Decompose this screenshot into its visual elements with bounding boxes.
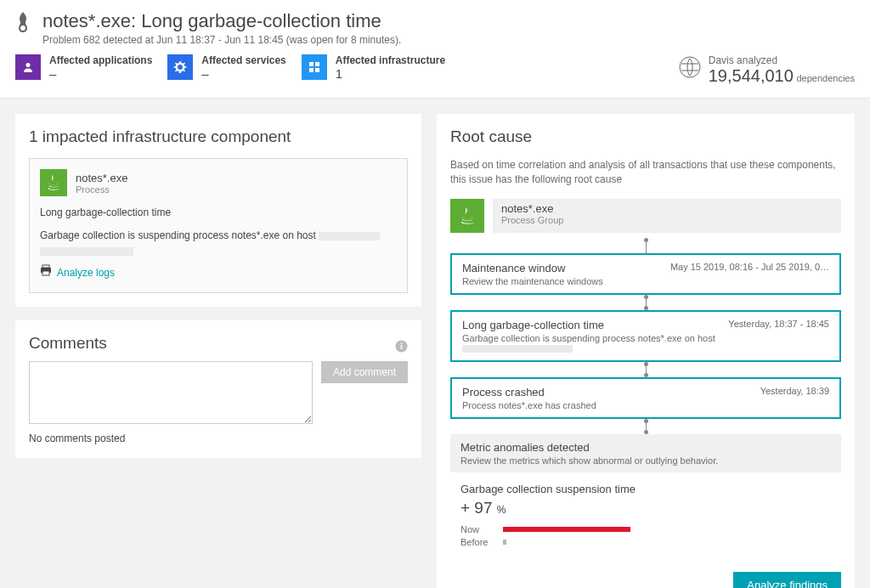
root-cause-subtitle: Based on time correlation and analysis o…: [450, 158, 841, 187]
impacted-problem-desc: Garbage collection is suspending process…: [40, 229, 319, 241]
rc-entity-type: Process Group: [501, 215, 833, 225]
davis-suffix: dependencies: [796, 73, 855, 83]
redacted-line: [40, 247, 133, 256]
anomalies-header: Metric anomalies detected Review the met…: [450, 434, 841, 472]
rc-event-desc: Process notes*.exe has crashed: [462, 400, 596, 410]
java-icon: [450, 199, 484, 233]
root-cause-panel: Root cause Based on time correlation and…: [437, 114, 855, 588]
user-icon: [15, 54, 41, 80]
svg-rect-8: [42, 271, 49, 275]
svg-rect-2: [315, 62, 319, 66]
affected-infra-label: Affected infrastructure: [336, 54, 445, 66]
svg-rect-6: [42, 265, 49, 268]
davis-label: Davis analyzed: [709, 54, 855, 66]
affected-services-label: Affected services: [201, 54, 285, 66]
affected-infra-value: 1: [336, 66, 445, 81]
comments-panel: Comments Add comment No comments posted: [15, 320, 421, 458]
affected-services-metric: Affected services –: [167, 54, 285, 81]
davis-analyzed: Davis analyzed 19,544,010 dependencies: [678, 54, 855, 86]
add-comment-button[interactable]: Add comment: [321, 361, 408, 383]
svg-rect-4: [315, 68, 319, 72]
anomaly-metric-name: Garbage collection suspension time: [460, 483, 831, 495]
grid-icon: [302, 54, 327, 80]
gear-icon: [167, 54, 193, 80]
thermometer-icon: [15, 10, 32, 39]
printer-icon: [40, 264, 52, 282]
root-cause-entity[interactable]: notes*.exe Process Group: [450, 199, 841, 233]
affected-apps-value: –: [49, 66, 152, 81]
rc-entity-name: notes*.exe: [501, 202, 833, 215]
anomalies-body: Garbage collection suspension time + 97 …: [450, 472, 841, 560]
page-subtitle: Problem 682 detected at Jun 11 18:37 - J…: [42, 34, 401, 46]
connector: [450, 295, 841, 310]
connector: [450, 238, 841, 253]
connector: [450, 419, 841, 434]
java-icon: [40, 169, 67, 196]
impacted-entity-card[interactable]: notes*.exe Process Long garbage-collecti…: [29, 158, 408, 293]
anomaly-change-pct: %: [497, 504, 506, 516]
rc-event-gc[interactable]: Long garbage-collection time Garbage col…: [450, 310, 841, 362]
impacted-entity-type: Process: [76, 184, 127, 195]
svg-point-0: [26, 63, 31, 67]
rc-event-title: Maintenance window: [462, 262, 603, 274]
info-icon[interactable]: [395, 340, 408, 355]
svg-rect-1: [309, 62, 314, 66]
svg-point-11: [401, 342, 403, 344]
analyze-logs-link[interactable]: Analyze logs: [40, 264, 115, 282]
rc-event-time: May 15 2019, 08:16 - Jul 25 2019, 0…: [670, 262, 829, 272]
rc-event-time: Yesterday, 18:37 - 18:45: [728, 319, 829, 329]
affected-infra-metric: Affected infrastructure 1: [302, 54, 445, 81]
svg-rect-10: [401, 345, 403, 349]
rc-event-desc: Review the maintenance windows: [462, 276, 603, 286]
anomalies-title: Metric anomalies detected: [460, 441, 831, 454]
rc-event-title: Process crashed: [462, 386, 596, 399]
anomaly-change-value: + 97: [460, 499, 493, 517]
davis-number: 19,544,010: [709, 66, 794, 85]
analyze-logs-label: Analyze logs: [57, 265, 115, 281]
root-cause-title: Root cause: [450, 127, 841, 146]
impacted-problem-title: Long garbage-collection time: [40, 205, 397, 221]
affected-services-value: –: [201, 66, 285, 81]
problem-header: notes*.exe: Long garbage-collection time…: [0, 0, 870, 99]
comment-input[interactable]: [29, 361, 313, 424]
before-bar: [503, 540, 506, 545]
now-label: Now: [460, 524, 494, 534]
comments-title: Comments: [29, 334, 107, 353]
rc-event-maintenance[interactable]: Maintenance window Review the maintenanc…: [450, 253, 841, 295]
impacted-entity-name: notes*.exe: [76, 172, 127, 184]
affected-apps-metric: Affected applications –: [15, 54, 152, 81]
affected-apps-label: Affected applications: [49, 54, 152, 66]
svg-point-5: [680, 57, 700, 77]
redacted-host: [319, 232, 380, 240]
rc-event-time: Yesterday, 18:39: [760, 386, 829, 396]
rc-event-title: Long garbage-collection time: [462, 319, 721, 331]
before-label: Before: [460, 537, 494, 547]
no-comments-text: No comments posted: [29, 433, 408, 444]
rc-event-crash[interactable]: Process crashed Process notes*.exe has c…: [450, 377, 841, 419]
impacted-panel: 1 impacted infrastructure component note…: [15, 114, 421, 307]
impacted-title: 1 impacted infrastructure component: [29, 127, 408, 146]
anomalies-subtitle: Review the metrics which show abnormal o…: [460, 455, 831, 466]
now-bar: [503, 527, 630, 532]
connector: [450, 362, 841, 377]
redacted-host: [462, 345, 573, 353]
svg-rect-3: [309, 68, 314, 72]
rc-event-desc: Garbage collection is suspending process…: [462, 333, 715, 343]
page-title: notes*.exe: Long garbage-collection time: [42, 10, 401, 32]
analyze-findings-button[interactable]: Analyze findings: [733, 572, 841, 588]
davis-icon: [678, 55, 702, 85]
